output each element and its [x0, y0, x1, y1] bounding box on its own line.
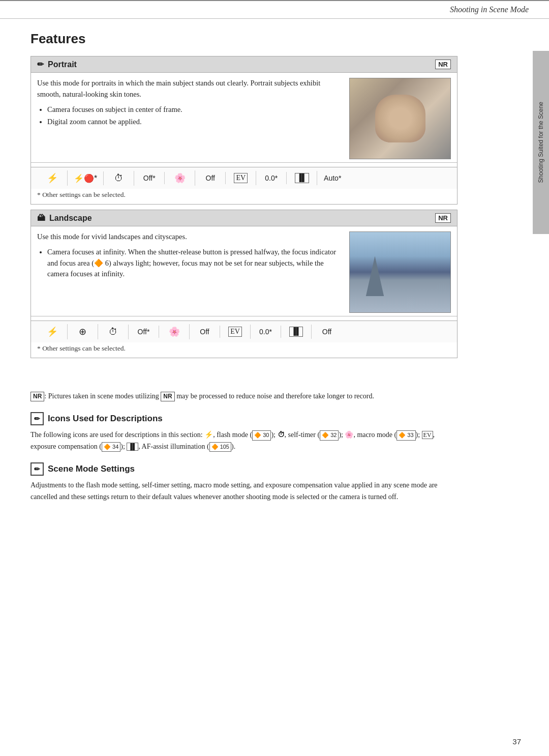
scene-settings-heading-label: Scene Mode Settings — [48, 464, 135, 474]
portrait-macro-value-cell: Off — [195, 172, 226, 184]
macro-icon: 🌸 — [174, 172, 186, 184]
portrait-af-icon-cell: ▐▌ — [287, 171, 317, 185]
landscape-timer-value: Off* — [138, 328, 150, 336]
ref-32: 🔶 32 — [320, 430, 339, 441]
icons-heading-label: Icons Used for Descriptions — [48, 414, 163, 424]
portrait-title: ✏ Portrait — [37, 60, 77, 69]
portrait-body: Use this mode for portraits in which the… — [31, 73, 457, 159]
timer-icon: ⏱ — [109, 327, 118, 337]
portrait-timer-value: Off* — [143, 174, 156, 182]
landscape-exposure-icon-cell: EV — [220, 325, 251, 339]
landscape-timer-icon-cell: ⏱ — [98, 325, 129, 339]
landscape-flash-value: ⊕ — [79, 326, 86, 337]
landscape-body: Use this mode for vivid landscapes and c… — [31, 226, 457, 313]
pencil-icon: ✏ — [30, 412, 44, 425]
landscape-bullets: Camera focuses at infinity. When the shu… — [47, 247, 341, 280]
portrait-flash-redeye-cell: ⚡🔴* — [68, 171, 104, 185]
landscape-section-header: 🏔 Landscape NR — [31, 210, 457, 226]
scene-settings-desc: Adjustments to the flash mode setting, s… — [30, 480, 458, 503]
list-item: Camera focuses at infinity. When the shu… — [47, 247, 341, 280]
portrait-mode-icon: ✏ — [37, 60, 44, 69]
landscape-timer-value-cell: Off* — [129, 326, 159, 338]
portrait-settings-wrapper: ⚡ ⚡🔴* ⏱ Off* 🌸 Off — [31, 162, 457, 204]
nr-badge-note2: NR — [161, 392, 174, 401]
scene-settings-heading: ✏ Scene Mode Settings — [30, 462, 458, 476]
ref-33: 🔶 33 — [396, 430, 415, 441]
list-item: Digital zoom cannot be applied. — [47, 117, 341, 128]
portrait-timer-icon-cell: ⏱ — [104, 171, 134, 186]
landscape-settings-row: ⚡ ⊕ ⏱ Off* 🌸 Off — [31, 321, 457, 342]
flash-mode-text: flash mode — [217, 431, 248, 439]
af-icon-inline: ▐▌ — [127, 443, 138, 451]
landscape-desc: Use this mode for vivid landscapes and c… — [37, 231, 341, 243]
portrait-timer-value-cell: Off* — [134, 172, 165, 184]
header-bar: Shooting in Scene Mode — [0, 0, 549, 19]
portrait-settings-row: ⚡ ⚡🔴* ⏱ Off* 🌸 Off — [31, 167, 457, 189]
landscape-text: Use this mode for vivid landscapes and c… — [37, 231, 341, 313]
page: Shooting in Scene Mode Features ✏ Portra… — [0, 0, 549, 756]
portrait-af-value-cell: Auto* — [317, 172, 348, 184]
landscape-section: 🏔 Landscape NR Use this mode for vivid l… — [30, 210, 458, 358]
portrait-exposure-icon-cell: EV — [226, 171, 256, 185]
ev-icon-inline: EV — [422, 431, 433, 439]
portrait-exposure-value-cell: 0.0* — [256, 172, 287, 184]
features-heading: Features — [30, 31, 458, 47]
list-item: Camera focuses on subject in center of f… — [47, 104, 341, 115]
landscape-flash-value-cell: ⊕ — [68, 324, 98, 339]
portrait-photo — [350, 78, 450, 159]
portrait-image — [349, 78, 451, 159]
portrait-flash-icon-cell: ⚡ — [37, 170, 68, 186]
nr-note-text: NR: Pictures taken in scene modes utiliz… — [30, 391, 374, 402]
af-assist-icon: ▐▌ — [289, 327, 303, 337]
landscape-macro-value: Off — [200, 328, 209, 336]
portrait-macro-icon-cell: 🌸 — [165, 170, 195, 186]
landscape-asterisk-note: * Other settings can be selected. — [31, 342, 457, 358]
landscape-macro-icon-cell: 🌸 — [159, 324, 190, 339]
landscape-exposure-value: 0.0* — [259, 328, 272, 336]
landscape-title: 🏔 Landscape — [37, 214, 92, 223]
timer-icon: ⏱ — [114, 173, 124, 184]
landscape-photo — [350, 232, 450, 312]
portrait-bullets: Camera focuses on subject in center of f… — [47, 104, 341, 128]
portrait-flash-value: ⚡🔴* — [74, 173, 97, 183]
portrait-nr-badge: NR — [435, 60, 451, 69]
sidebar-label: Shooting Suited for the Scene — [533, 51, 549, 234]
landscape-af-value: Off — [322, 328, 331, 336]
landscape-mode-icon: 🏔 — [37, 214, 45, 223]
portrait-text: Use this mode for portraits in which the… — [37, 78, 341, 159]
flash-icon: ⚡ — [47, 172, 58, 184]
macro-icon: 🌸 — [169, 326, 180, 337]
page-number: 37 — [512, 737, 521, 746]
portrait-section: ✏ Portrait NR Use this mode for portrait… — [30, 56, 458, 205]
landscape-nr-badge: NR — [435, 213, 451, 223]
landscape-af-value-cell: Off — [312, 326, 342, 338]
landscape-exposure-value-cell: 0.0* — [251, 326, 281, 338]
ref-105: 🔶 105 — [209, 442, 231, 452]
header-title: Shooting in Scene Mode — [450, 5, 529, 14]
ref-30: 🔶 30 — [252, 430, 271, 441]
icons-heading: ✏ Icons Used for Descriptions — [30, 412, 458, 425]
pencil-icon-scene: ✏ — [30, 462, 44, 476]
landscape-image — [349, 231, 451, 313]
af-assist-icon: ▐▌ — [295, 173, 309, 183]
exposure-icon: EV — [234, 173, 248, 183]
portrait-asterisk-note: * Other settings can be selected. — [31, 189, 457, 204]
bottom-section: NR: Pictures taken in scene modes utiliz… — [0, 375, 488, 523]
portrait-macro-value: Off — [206, 174, 215, 182]
nr-badge-note: NR — [30, 392, 44, 401]
icons-section: ✏ Icons Used for Descriptions The follow… — [30, 412, 458, 452]
landscape-flash-icon-cell: ⚡ — [37, 324, 68, 339]
flash-icon: ⚡ — [47, 326, 58, 337]
portrait-desc: Use this mode for portraits in which the… — [37, 78, 341, 100]
exposure-icon: EV — [228, 327, 242, 337]
scene-settings-section: ✏ Scene Mode Settings Adjustments to the… — [30, 462, 458, 503]
landscape-af-icon-cell: ▐▌ — [281, 325, 312, 339]
icons-desc: The following icons are used for descrip… — [30, 429, 458, 452]
portrait-section-header: ✏ Portrait NR — [31, 56, 457, 73]
portrait-exposure-value: 0.0* — [265, 174, 278, 182]
landscape-settings-wrapper: ⚡ ⊕ ⏱ Off* 🌸 Off — [31, 316, 457, 358]
main-content: Features ✏ Portrait NR Use this mode for… — [0, 19, 488, 375]
portrait-af-value: Auto* — [324, 174, 341, 182]
sidebar-text: Shooting Suited for the Scene — [537, 102, 544, 183]
landscape-macro-value-cell: Off — [190, 326, 220, 338]
